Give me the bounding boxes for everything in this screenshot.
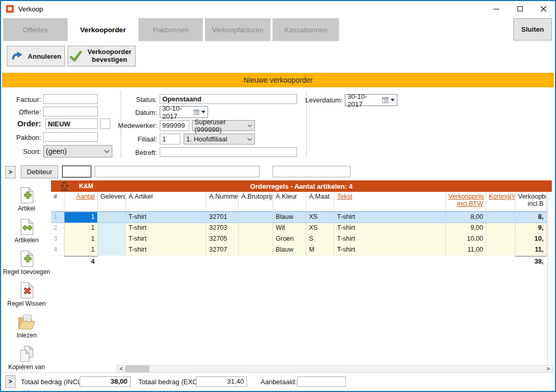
- sidebar-item-inlezen[interactable]: Inlezen: [17, 313, 37, 339]
- debiteur-name-field[interactable]: [95, 166, 260, 177]
- page-delete-icon: [19, 281, 34, 299]
- cell-geleverd[interactable]: [98, 223, 126, 233]
- total-bedrag: 38,: [515, 256, 547, 267]
- debiteur-extra-field[interactable]: [273, 166, 351, 177]
- debiteur-expand-button[interactable]: >: [5, 166, 16, 178]
- cell-korting[interactable]: [486, 212, 515, 223]
- debiteur-button[interactable]: Debiteur: [21, 165, 58, 178]
- cell-geleverd[interactable]: [98, 245, 126, 255]
- minimize-button[interactable]: [485, 1, 508, 17]
- tab-verkoopfacturen[interactable]: Verkoopfacturen: [205, 18, 270, 41]
- cell-aantal[interactable]: 1: [64, 223, 98, 233]
- cell-verkoopbedrag[interactable]: 10,: [515, 234, 547, 244]
- cell-maat[interactable]: S: [306, 234, 334, 244]
- col-header-korting[interactable]: Korting(%): [486, 192, 515, 211]
- leverdatum-datepicker[interactable]: 30-10-2017: [345, 94, 397, 106]
- betreft-field[interactable]: [160, 147, 297, 157]
- cell-kleur[interactable]: Blauw: [273, 212, 306, 223]
- footer-expand-button[interactable]: >: [5, 375, 16, 388]
- cell-kleur[interactable]: Groen: [273, 234, 306, 244]
- cell-maat[interactable]: M: [306, 245, 334, 255]
- cell-nummer[interactable]: 32701: [206, 212, 239, 223]
- sidebar-item-artikel[interactable]: Artikel: [18, 186, 35, 212]
- cell-brutoprijs[interactable]: [239, 212, 273, 223]
- cell-verkoopprijs[interactable]: 8,00: [446, 212, 486, 223]
- vertical-scrollbar[interactable]: [547, 192, 552, 364]
- medewerker-dropdown[interactable]: Superuser (999999): [192, 120, 255, 131]
- cell-brutoprijs[interactable]: [239, 223, 273, 233]
- sidebar-item-regel-wissen[interactable]: Regel Wissen: [7, 281, 46, 307]
- table-row[interactable]: 4 1 T-shirt 32707 Blauw M T-shirt 11,00 …: [51, 245, 547, 256]
- scrollbar-thumb[interactable]: [125, 365, 149, 372]
- page-double-plus-icon: [19, 218, 34, 236]
- cell-verkoopbedrag[interactable]: 9,: [515, 223, 547, 233]
- order-field[interactable]: NIEUW: [45, 119, 98, 129]
- col-header-aantal[interactable]: Aantal: [64, 192, 98, 211]
- copy-icon: [19, 345, 34, 362]
- cell-korting[interactable]: [486, 245, 515, 255]
- cell-verkoopprijs[interactable]: 11,00: [446, 245, 486, 255]
- cell-nummer[interactable]: 32703: [206, 223, 239, 233]
- cell-verkoopbedrag[interactable]: 8,: [515, 212, 547, 223]
- col-header-verkoopprijs[interactable]: Verkoopprijs incl.BTW: [446, 192, 486, 211]
- tab-offertes[interactable]: Offertes: [3, 18, 68, 41]
- cell-artikel[interactable]: T-shirt: [126, 223, 206, 233]
- cell-kleur[interactable]: Blauw: [273, 245, 306, 255]
- cell-maat[interactable]: XS: [306, 212, 334, 223]
- cell-geleverd[interactable]: [98, 212, 126, 223]
- cell-brutoprijs[interactable]: [239, 234, 273, 244]
- sluiten-button[interactable]: Sluiten: [513, 18, 552, 41]
- cell-tekst[interactable]: T-shirt: [334, 212, 446, 223]
- cell-verkoopprijs[interactable]: 10,00: [446, 234, 486, 244]
- sidebar-item-kopieren-van[interactable]: Kopiëren van: [8, 345, 45, 371]
- maximize-button[interactable]: [508, 1, 532, 17]
- aanbetaald-field[interactable]: [297, 376, 346, 387]
- offerte-field[interactable]: [43, 107, 98, 116]
- cell-aantal[interactable]: 1: [64, 212, 98, 223]
- close-button[interactable]: [532, 1, 555, 17]
- cell-aantal[interactable]: 1: [64, 245, 98, 255]
- cell-artikel[interactable]: T-shirt: [126, 212, 206, 223]
- status-label: Status:: [90, 96, 157, 103]
- cell-tekst[interactable]: T-shirt: [334, 223, 446, 233]
- cell-kleur[interactable]: Wit: [273, 223, 306, 233]
- tab-kassabonnen[interactable]: Kassabonnen: [273, 18, 339, 41]
- annuleren-button[interactable]: Annuleren: [7, 46, 65, 67]
- table-row[interactable]: 3 1 T-shirt 32705 Groen S T-shirt 10,00 …: [51, 234, 547, 245]
- factuur-field[interactable]: [43, 94, 98, 104]
- filiaal-dropdown[interactable]: 1. Hoofdfiliaal: [184, 134, 255, 145]
- cell-tekst[interactable]: T-shirt: [334, 234, 446, 244]
- cell-korting[interactable]: [486, 223, 515, 233]
- tab-pakbonnen[interactable]: Pakbonnen: [138, 18, 203, 41]
- table-row[interactable]: 2 1 T-shirt 32703 Wit XS T-shirt 9,00 9,: [51, 223, 547, 234]
- scroll-right-icon[interactable]: >: [544, 365, 552, 372]
- cell-korting[interactable]: [486, 234, 515, 244]
- sidebar-item-regel-toevoegen[interactable]: Regel toevoegen: [3, 250, 50, 276]
- cell-nummer[interactable]: 32705: [206, 234, 239, 244]
- sidebar-item-artikelen[interactable]: Artikelen: [15, 218, 39, 244]
- cell-brutoprijs[interactable]: [239, 245, 273, 255]
- cell-artikel[interactable]: T-shirt: [126, 245, 206, 255]
- orderregels-panel: Orderregels - Aantal artikelen: 4 K&M # …: [51, 180, 552, 364]
- medewerker-code-field[interactable]: 999999: [160, 120, 189, 131]
- filiaal-code-field[interactable]: 1: [160, 134, 180, 145]
- datum-datepicker[interactable]: 30-10-2017: [160, 106, 208, 118]
- pakbon-field[interactable]: [43, 132, 98, 142]
- col-header-tekst[interactable]: Tekst: [334, 192, 446, 211]
- cell-verkoopbedrag[interactable]: 11,: [515, 245, 547, 255]
- orderregels-grid: # Aantal Geleverd A.Artikel A.Nummer A.B…: [51, 192, 547, 267]
- cell-verkoopprijs[interactable]: 9,00: [446, 223, 486, 233]
- tab-verkooporder[interactable]: Verkooporder: [70, 18, 136, 41]
- bevestigen-button[interactable]: Verkooporder bevestigen: [68, 46, 136, 67]
- cell-maat[interactable]: XS: [306, 223, 334, 233]
- scroll-left-icon[interactable]: <: [117, 365, 125, 372]
- cell-artikel[interactable]: T-shirt: [126, 234, 206, 244]
- table-row[interactable]: 1 1 T-shirt 32701 Blauw XS T-shirt 8,00 …: [51, 212, 547, 223]
- row-number: 2: [51, 223, 64, 233]
- cell-nummer[interactable]: 32707: [206, 245, 239, 255]
- cell-aantal[interactable]: 1: [64, 234, 98, 244]
- horizontal-scrollbar[interactable]: < >: [117, 365, 553, 373]
- cell-geleverd[interactable]: [98, 234, 126, 244]
- debiteur-code-field[interactable]: [62, 165, 92, 178]
- cell-tekst[interactable]: T-shirt: [334, 245, 446, 255]
